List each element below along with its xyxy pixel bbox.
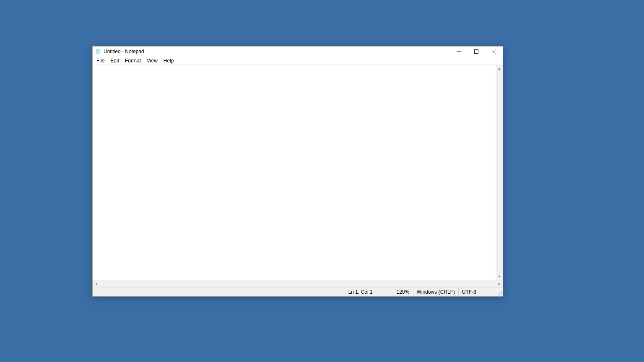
resize-grip-icon[interactable]	[496, 287, 503, 296]
caption-buttons	[450, 47, 503, 57]
status-eol: Windows (CRLF)	[413, 287, 458, 296]
menu-format[interactable]: Format	[122, 57, 144, 65]
content-area	[93, 65, 503, 280]
vertical-scrollbar[interactable]	[496, 65, 503, 280]
menu-help[interactable]: Help	[161, 57, 177, 65]
svg-rect-6	[475, 50, 478, 54]
titlebar[interactable]: Untitled - Notepad	[93, 47, 503, 57]
scroll-down-icon[interactable]	[496, 273, 503, 280]
window-title: Untitled - Notepad	[104, 49, 144, 54]
svg-point-14	[498, 295, 499, 295]
vertical-scrollbar-track[interactable]	[496, 72, 503, 273]
svg-point-12	[501, 295, 502, 295]
status-encoding: UTF-8	[458, 287, 496, 296]
svg-rect-0	[96, 49, 100, 54]
menubar: File Edit Format View Help	[93, 57, 503, 65]
status-zoom: 120%	[393, 287, 413, 296]
menu-view[interactable]: View	[144, 57, 161, 65]
menu-file[interactable]: File	[93, 57, 107, 65]
minimize-button[interactable]	[450, 47, 467, 57]
scroll-right-icon[interactable]	[496, 280, 503, 287]
svg-point-10	[501, 293, 502, 294]
notepad-icon	[95, 49, 101, 54]
svg-point-13	[499, 295, 500, 295]
scroll-up-icon[interactable]	[496, 65, 503, 72]
status-position: Ln 1, Col 1	[345, 287, 393, 296]
close-button[interactable]	[485, 47, 503, 57]
horizontal-scrollbar-track[interactable]	[100, 280, 496, 287]
desktop: Untitled - Notepad File Edi	[0, 0, 644, 362]
svg-point-9	[501, 291, 502, 292]
menu-edit[interactable]: Edit	[107, 57, 122, 65]
scroll-left-icon[interactable]	[93, 280, 100, 287]
titlebar-left: Untitled - Notepad	[93, 49, 450, 54]
status-spacer	[93, 287, 345, 296]
maximize-button[interactable]	[467, 47, 485, 57]
svg-point-11	[499, 293, 500, 294]
horizontal-scrollbar[interactable]	[93, 280, 503, 287]
text-editor[interactable]	[93, 65, 496, 280]
notepad-window: Untitled - Notepad File Edi	[92, 46, 503, 297]
statusbar: Ln 1, Col 1 120% Windows (CRLF) UTF-8	[93, 287, 503, 296]
